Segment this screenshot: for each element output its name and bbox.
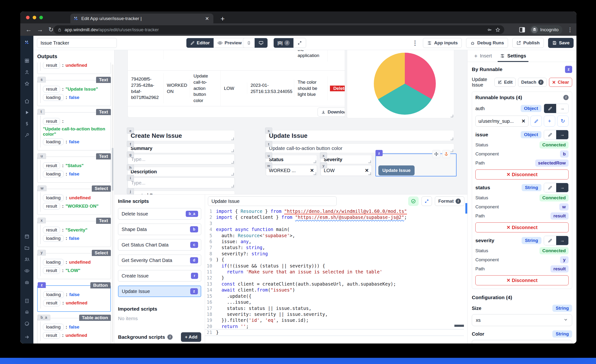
clear-select-icon[interactable]: ✕ [365, 168, 369, 173]
update-issue-button[interactable]: Update Issue [378, 165, 415, 175]
delete-row-button[interactable]: Delete [330, 86, 345, 91]
status-select[interactable]: w WORKED ...✕ [266, 165, 317, 176]
app-name-input[interactable]: Issue Tracker [37, 38, 117, 48]
save-button[interactable]: Save [548, 38, 574, 48]
selected-button-component[interactable]: z Update Issue [375, 154, 456, 176]
sidebar-building-icon[interactable] [24, 298, 30, 304]
output-key[interactable]: result [43, 86, 60, 92]
output-key[interactable]: loading [43, 324, 64, 330]
code-line[interactable]: 1 import { Resource } from "https://deno… [205, 208, 464, 214]
output-key[interactable]: loading [43, 94, 64, 101]
disconnect-button[interactable]: ✕ Disconnect [475, 170, 569, 179]
tab-insert[interactable]: +Insert [472, 50, 494, 62]
format-button[interactable]: Formati [435, 196, 464, 206]
sidebar-dollar-icon[interactable] [24, 121, 30, 126]
code-line[interactable]: 20 return ''; [205, 323, 464, 329]
code-line[interactable]: 19 }).filter('id', 'eq', issue.id); [205, 317, 464, 323]
output-key[interactable]: loading [43, 291, 64, 298]
sidebar-play-icon[interactable] [25, 110, 29, 115]
anchor-icon[interactable] [442, 150, 450, 158]
sidebar-calendar-icon[interactable] [24, 229, 30, 239]
sidebar-user-icon[interactable] [24, 70, 30, 75]
output-key[interactable]: result [43, 62, 60, 69]
code-line[interactable]: 18 severity: severity || issue.severity, [205, 311, 464, 317]
static-mode-icon[interactable] [544, 104, 556, 113]
code-line[interactable]: 4 export async function main( [205, 226, 464, 232]
output-card-y[interactable]: y Select loading : undefined result : "L… [37, 253, 111, 279]
summary-input[interactable]: g Type... [127, 154, 235, 164]
script-item-create-issue[interactable]: Create Issue r [118, 270, 201, 282]
sidebar-home-icon[interactable] [24, 99, 30, 104]
output-key[interactable]: loading [43, 259, 64, 266]
script-item-shape-data[interactable]: Shape Data b [118, 223, 201, 235]
output-card-u[interactable]: u Text result : "Status" loading : false [37, 157, 111, 183]
reload-icon[interactable]: ↻ [48, 26, 54, 33]
script-item-get-status-chart-data[interactable]: Get Status Chart Data c [118, 239, 201, 251]
code-line[interactable]: 17 status: status || issue.status, [205, 305, 464, 311]
static-mode-icon[interactable] [544, 130, 556, 139]
sidebar-github-icon[interactable] [24, 321, 30, 326]
disconnect-button[interactable]: ✕ Disconnect [475, 223, 569, 232]
mobile-view-button[interactable] [243, 38, 255, 48]
app-inputs-button[interactable]: App inputs [423, 38, 462, 48]
connect-mode-icon[interactable]: → [556, 236, 568, 245]
browser-menu-icon[interactable]: ⋮ [567, 26, 573, 33]
outputs-scrollbar[interactable] [112, 64, 113, 342]
output-card-t[interactable]: t Text result:"Update call-to-action but… [37, 112, 111, 150]
sidebar-bot-icon[interactable] [24, 280, 30, 285]
config-select-size[interactable]: xs [472, 314, 572, 326]
output-key[interactable]: result [43, 300, 60, 306]
static-mode-icon[interactable] [544, 183, 556, 192]
output-key[interactable]: loading [43, 194, 64, 201]
browser-tab[interactable]: Edit App u/user/issue-tracker | ✕ [70, 14, 213, 23]
description-input[interactable]: i Type... [127, 177, 235, 188]
input-mode-toggle[interactable]: → [544, 236, 569, 245]
editor-mode-button[interactable]: Editor [186, 38, 214, 48]
connect-mode-icon[interactable]: → [556, 104, 568, 113]
output-card-w[interactable]: w Select loading : undefined result : "W… [37, 189, 111, 215]
output-key[interactable]: result [43, 162, 60, 169]
table-row-selected[interactable]: 794208f5-2735-428a-b4af-b071ff0a2962 WOR… [128, 71, 345, 106]
code-line[interactable]: 21 } [205, 329, 464, 335]
download-button[interactable]: Download [318, 108, 345, 117]
desktop-view-button[interactable] [255, 38, 268, 48]
code-line[interactable]: 14 await client.from("issues") [205, 287, 464, 293]
output-card-x[interactable]: x Text result : "Severity" loading : fal… [37, 221, 111, 247]
sidebar-users-icon[interactable] [24, 257, 30, 262]
script-item-get-severity-chart-data[interactable]: Get Severity Chart Data d [118, 255, 201, 266]
more-options-icon[interactable]: ⋮ [412, 39, 418, 47]
bookmark-star-icon[interactable] [495, 27, 500, 32]
table-row[interactable]: 5fd0f7d5c3c2 component searching in the … [128, 50, 345, 71]
output-key[interactable]: result [43, 267, 60, 274]
output-key[interactable]: result [43, 203, 60, 209]
sidebar-star-icon[interactable] [24, 81, 30, 86]
sidebar-folder-icon[interactable] [24, 245, 30, 251]
code-line[interactable]: 6 issue: any, [205, 239, 464, 245]
code-line[interactable]: 3 [205, 221, 464, 226]
clear-runnable-button[interactable]: ✕Clear [549, 78, 572, 87]
expand-editor-button[interactable] [422, 196, 432, 206]
sidebar-arrow-right-icon[interactable] [24, 334, 30, 340]
move-handle-icon[interactable] [432, 150, 440, 158]
output-key[interactable]: result [43, 227, 60, 233]
code-area[interactable]: 1 import { Resource } from "https://deno… [205, 208, 464, 343]
static-mode-icon[interactable] [544, 236, 556, 245]
code-line[interactable]: 2 import { createClient } from "https://… [205, 214, 464, 220]
editor-hscrollbar[interactable] [454, 325, 464, 327]
back-icon[interactable]: ← [25, 26, 32, 33]
address-bar[interactable]: app.windmill.dev/apps/edit/u/user/issue-… [54, 25, 504, 34]
code-line[interactable]: 13 const client = createClient(auth.supa… [205, 281, 464, 287]
auth-resource-input[interactable]: u/user/my_sup...✕ [475, 116, 529, 126]
minimize-window-button[interactable] [33, 16, 36, 19]
edit-runnable-button[interactable]: Edit [494, 78, 516, 87]
input-mode-toggle[interactable]: → [544, 183, 569, 192]
sidebar-discord-icon[interactable] [24, 310, 30, 315]
tab-settings[interactable]: Settings [498, 50, 529, 62]
zoom-window-button[interactable] [39, 16, 43, 19]
detach-runnable-button[interactable]: Detachi [518, 78, 546, 87]
key-icon[interactable] [487, 27, 492, 32]
traffic-lights[interactable] [26, 16, 43, 19]
output-key[interactable]: loading [43, 171, 64, 177]
debug-runs-button[interactable]: Debug Runs [466, 38, 508, 48]
disconnect-button[interactable]: ✕ Disconnect [475, 275, 569, 285]
